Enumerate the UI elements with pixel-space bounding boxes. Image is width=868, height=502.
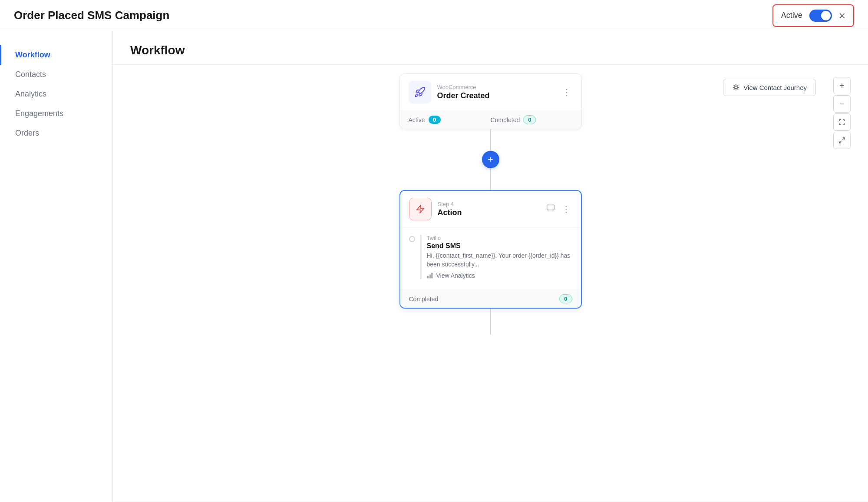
trigger-node-header: WooCommerce Order Created ⋮ — [400, 74, 581, 110]
sms-provider: Twilio — [427, 235, 572, 241]
sms-entry: Twilio Send SMS Hi, {{contact_first_name… — [409, 229, 572, 284]
active-label: Active — [781, 11, 802, 20]
header-controls: Active × — [772, 4, 854, 27]
nodes-container: WooCommerce Order Created ⋮ Active 0 Com… — [399, 73, 582, 335]
trigger-active-badge: 0 — [429, 116, 441, 124]
trigger-active-label: Active — [409, 116, 425, 123]
trigger-node-name: Order Created — [437, 91, 554, 100]
main-content: Workflow View Contact Journey + − — [113, 31, 868, 502]
action-node-icon — [409, 198, 432, 220]
svg-rect-5 — [431, 273, 432, 278]
rocket-icon — [414, 86, 426, 98]
sidebar-item-contacts[interactable]: Contacts — [0, 65, 112, 84]
sms-body: Twilio Send SMS Hi, {{contact_first_name… — [420, 235, 572, 279]
action-completed-badge: 0 — [559, 294, 572, 303]
add-step-button[interactable]: + — [482, 151, 499, 168]
content-header: Workflow — [113, 31, 868, 65]
message-icon — [546, 204, 555, 213]
action-completed-stat: Completed — [409, 296, 560, 303]
svg-rect-3 — [427, 276, 429, 279]
connector-top — [490, 129, 491, 151]
trigger-node-footer: Active 0 Completed 0 — [400, 110, 581, 129]
trigger-source-label: WooCommerce — [437, 84, 554, 90]
active-toggle[interactable] — [809, 10, 832, 22]
header: Order Placed SMS Campaign Active × — [0, 0, 868, 31]
action-header-controls: ⋮ — [546, 202, 572, 216]
sidebar-item-workflow[interactable]: Workflow — [0, 45, 112, 65]
lightning-icon — [416, 204, 425, 214]
sms-title: Send SMS — [427, 242, 572, 250]
trigger-node-title-block: WooCommerce Order Created — [437, 84, 554, 100]
trigger-more-button[interactable]: ⋮ — [561, 85, 573, 99]
content-title: Workflow — [130, 43, 185, 57]
sidebar-item-engagements[interactable]: Engagements — [0, 104, 112, 123]
trigger-active-stat: Active 0 — [409, 116, 491, 124]
view-analytics-link[interactable]: View Analytics — [427, 272, 572, 279]
analytics-icon — [427, 272, 434, 279]
sidebar-item-orders[interactable]: Orders — [0, 123, 112, 143]
chat-icon[interactable] — [546, 204, 555, 215]
trigger-completed-stat: Completed 0 — [491, 115, 573, 124]
svg-rect-4 — [429, 275, 431, 278]
action-node: Step 4 Action ⋮ — [399, 190, 582, 309]
action-node-title-block: Step 4 Action — [438, 201, 540, 217]
toggle-thumb — [821, 11, 831, 20]
expand-icon — [838, 137, 845, 144]
connector-bottom — [490, 168, 491, 190]
journey-icon — [732, 83, 740, 91]
action-node-body: Twilio Send SMS Hi, {{contact_first_name… — [400, 227, 581, 289]
bottom-connector — [490, 309, 491, 335]
view-contact-journey-button[interactable]: View Contact Journey — [723, 79, 816, 96]
sidebar: Workflow Contacts Analytics Engagements … — [0, 31, 113, 502]
zoom-out-button[interactable]: − — [833, 95, 851, 113]
main-layout: Workflow Contacts Analytics Engagements … — [0, 31, 868, 502]
view-analytics-label: View Analytics — [436, 272, 475, 279]
trigger-node: WooCommerce Order Created ⋮ Active 0 Com… — [399, 73, 582, 129]
action-node-footer: Completed 0 — [400, 289, 581, 308]
trigger-completed-badge: 0 — [523, 115, 536, 124]
trigger-node-icon — [409, 81, 431, 103]
svg-point-0 — [735, 86, 737, 89]
action-step-label: Step 4 — [438, 201, 540, 207]
sidebar-item-analytics[interactable]: Analytics — [0, 84, 112, 104]
expand-button[interactable] — [833, 132, 851, 149]
action-completed-label: Completed — [409, 296, 439, 303]
workflow-canvas: View Contact Journey + − — [113, 65, 868, 501]
sms-preview: Hi, {{contact_first_name}}. Your order {… — [427, 252, 572, 269]
svg-rect-2 — [547, 205, 554, 210]
zoom-in-button[interactable]: + — [833, 77, 851, 94]
action-node-header: Step 4 Action ⋮ — [400, 191, 581, 227]
fit-screen-button[interactable] — [833, 113, 851, 131]
view-journey-label: View Contact Journey — [743, 84, 807, 91]
action-more-button[interactable]: ⋮ — [560, 202, 572, 216]
close-button[interactable]: × — [839, 10, 845, 21]
svg-marker-1 — [416, 205, 424, 213]
page-title: Order Placed SMS Campaign — [14, 9, 169, 22]
zoom-controls: + − — [833, 77, 851, 149]
fit-icon — [838, 119, 845, 126]
sms-dot — [409, 236, 415, 242]
action-type-label: Action — [438, 208, 540, 217]
trigger-completed-label: Completed — [491, 116, 520, 123]
